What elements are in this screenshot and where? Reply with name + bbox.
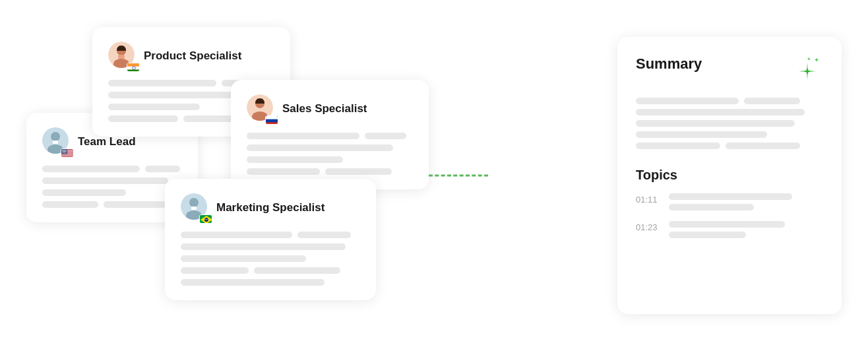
sales-specialist-title: Sales Specialist bbox=[282, 102, 367, 115]
team-lead-title: Team Lead bbox=[78, 135, 136, 148]
svg-point-18 bbox=[63, 150, 64, 151]
svg-text:+: + bbox=[807, 56, 811, 62]
marketing-specialist-card[interactable]: Marketing Specialist bbox=[165, 179, 376, 300]
marketing-specialist-skeleton bbox=[181, 232, 360, 286]
svg-text:+: + bbox=[815, 56, 819, 63]
topic-2-lines bbox=[669, 221, 823, 238]
team-lead-avatar bbox=[42, 127, 71, 156]
svg-point-22 bbox=[63, 151, 64, 152]
svg-rect-38 bbox=[118, 55, 125, 59]
svg-point-17 bbox=[63, 150, 63, 151]
svg-point-16 bbox=[66, 150, 67, 150]
svg-point-34 bbox=[66, 153, 67, 154]
topics-section: Topics 01:11 01:23 bbox=[636, 168, 823, 238]
product-specialist-card-header: Product Specialist bbox=[108, 42, 274, 71]
svg-point-23 bbox=[64, 151, 65, 152]
svg-point-29 bbox=[65, 152, 66, 152]
product-specialist-title: Product Specialist bbox=[144, 49, 241, 63]
marketing-specialist-title: Marketing Specialist bbox=[216, 201, 325, 214]
summary-skeleton-lines bbox=[636, 98, 823, 149]
marketing-specialist-card-header: Marketing Specialist bbox=[181, 193, 360, 222]
product-specialist-avatar bbox=[108, 42, 137, 71]
topic-item-1: 01:11 bbox=[636, 193, 823, 210]
sales-specialist-avatar bbox=[247, 94, 276, 123]
svg-point-25 bbox=[66, 151, 67, 152]
topic-1-timestamp: 01:11 bbox=[636, 193, 660, 205]
marketing-specialist-avatar bbox=[181, 193, 210, 222]
svg-point-21 bbox=[62, 151, 63, 152]
svg-rect-3 bbox=[53, 141, 58, 144]
svg-rect-50 bbox=[266, 116, 278, 119]
svg-point-24 bbox=[65, 151, 66, 152]
summary-panel: Summary + + bbox=[617, 37, 842, 314]
svg-point-33 bbox=[65, 153, 66, 154]
svg-point-27 bbox=[63, 152, 64, 152]
svg-point-1 bbox=[51, 132, 60, 141]
svg-point-28 bbox=[65, 152, 65, 152]
topic-1-lines bbox=[669, 193, 823, 210]
svg-point-32 bbox=[64, 153, 65, 154]
topic-item-2: 01:23 bbox=[636, 221, 823, 238]
svg-point-13 bbox=[63, 150, 64, 150]
sales-specialist-card-header: Sales Specialist bbox=[247, 94, 413, 123]
team-lead-skeleton bbox=[42, 166, 182, 208]
topic-2-timestamp: 01:23 bbox=[636, 221, 660, 232]
svg-point-20 bbox=[65, 150, 66, 151]
svg-rect-8 bbox=[61, 154, 74, 155]
summary-header: Summary + + bbox=[636, 55, 823, 87]
sales-specialist-skeleton bbox=[247, 133, 413, 175]
svg-point-14 bbox=[64, 150, 65, 150]
svg-rect-54 bbox=[191, 207, 197, 210]
svg-rect-10 bbox=[61, 157, 74, 158]
svg-rect-9 bbox=[61, 156, 74, 156]
svg-point-12 bbox=[62, 150, 63, 150]
svg-point-31 bbox=[63, 153, 64, 154]
svg-point-19 bbox=[65, 150, 65, 151]
sparkle-icon: + + bbox=[791, 55, 823, 87]
svg-point-26 bbox=[63, 152, 63, 152]
scene: Team Lead bbox=[0, 0, 868, 351]
topics-title: Topics bbox=[636, 168, 823, 183]
summary-title: Summary bbox=[636, 55, 702, 73]
svg-point-52 bbox=[189, 198, 199, 207]
svg-point-30 bbox=[62, 153, 63, 154]
svg-point-44 bbox=[134, 68, 135, 69]
connector-line bbox=[429, 175, 488, 177]
cards-area: Team Lead bbox=[26, 14, 462, 337]
svg-point-15 bbox=[65, 150, 66, 150]
sales-specialist-card[interactable]: Sales Specialist bbox=[231, 80, 429, 189]
